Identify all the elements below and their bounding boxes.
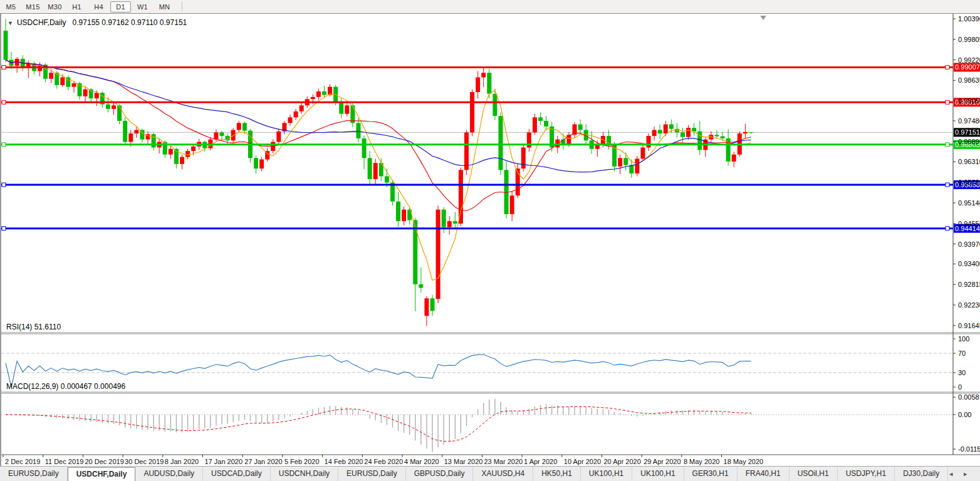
candle-body — [424, 298, 429, 316]
hline-price-badge-label: 0.99007 — [955, 63, 980, 71]
candle-body — [533, 117, 537, 132]
tab-scroll-right-icon[interactable]: ► — [962, 471, 968, 477]
chart-tab-bar: EURUSD,DailyUSDCHF,DailyAUDUSD,DailyUSDC… — [0, 466, 980, 481]
date-axis-label: 8 May 2020 — [684, 458, 719, 465]
chart-tab-EURUSD,Daily[interactable]: EURUSD,Daily — [338, 467, 406, 481]
price-axis-label: 1.00390 — [958, 15, 980, 23]
hline-handle[interactable] — [946, 65, 949, 69]
timeframe-toolbar: M5M15M30H1H4D1W1MN — [0, 0, 980, 14]
hline-handle[interactable] — [946, 183, 949, 187]
price-axis-label: 0.99220 — [958, 56, 980, 64]
symbol-dropdown-icon[interactable]: ▼ — [8, 20, 13, 26]
date-axis-label: 11 Dec 2019 — [45, 458, 84, 465]
rsi-axis-label: 70 — [958, 349, 966, 357]
chart-tab-USDJPY,H1[interactable]: USDJPY,H1 — [838, 467, 895, 481]
timeframe-button-W1[interactable]: W1 — [132, 1, 153, 13]
chart-tab-UK100,H1[interactable]: UK100,H1 — [632, 467, 684, 481]
macd-label-bar: MACD(12,26,9) 0.000467 0.000496 — [6, 382, 125, 391]
price-axis-label: 0.95725 — [958, 178, 980, 186]
date-axis-label: 20 Apr 2020 — [604, 458, 641, 465]
rsi-value: 51.6110 — [34, 323, 61, 331]
candle-body — [339, 103, 343, 114]
candle-body — [538, 117, 543, 121]
hline-handle[interactable] — [2, 100, 6, 104]
chart-canvas[interactable]: 0.990070.980100.968030.956580.944140.971… — [1, 14, 980, 466]
chart-tab-XAUUSD,H4[interactable]: XAUUSD,H4 — [473, 467, 533, 481]
chart-tab-FRA40,H1[interactable]: FRA40,H1 — [738, 467, 790, 481]
hline-handle[interactable] — [2, 65, 6, 69]
candle-body — [311, 97, 315, 99]
candle-body — [487, 73, 491, 94]
chart-tab-GER30,H1[interactable]: GER30,H1 — [684, 467, 738, 481]
timeframe-button-H1[interactable]: H1 — [66, 1, 87, 13]
chart-tab-USDCHF,Daily[interactable]: USDCHF,Daily — [68, 467, 136, 481]
hline-handle[interactable] — [946, 143, 949, 147]
candle-body — [447, 221, 452, 227]
candle-body — [470, 92, 474, 132]
candle-body — [373, 163, 378, 179]
chart-tab-UK100,H1[interactable]: UK100,H1 — [581, 467, 632, 481]
candle-body — [419, 284, 423, 288]
candle-body — [362, 138, 367, 158]
price-axis-label: 0.96310 — [958, 158, 980, 165]
date-axis-label: 10 Apr 2020 — [564, 458, 601, 465]
candle-body — [476, 78, 480, 93]
chart-tab-HK50,H1[interactable]: HK50,H1 — [533, 467, 581, 481]
chart-tab-AUDUSD,Daily[interactable]: AUDUSD,Daily — [135, 467, 203, 481]
date-axis-label: 27 Jan 2020 — [244, 458, 283, 465]
candle-body — [481, 73, 486, 77]
chart-tab-USDCNH,Daily[interactable]: USDCNH,Daily — [271, 467, 338, 481]
hline-handle[interactable] — [2, 183, 6, 187]
timeframe-button-M30[interactable]: M30 — [44, 1, 65, 13]
timeframe-button-MN[interactable]: MN — [154, 1, 175, 13]
candle-body — [640, 148, 645, 159]
chart-tab-USOil,H1[interactable]: USOil,H1 — [790, 467, 838, 481]
candle-body — [71, 83, 76, 87]
candle-body — [78, 83, 82, 96]
candle-body — [134, 130, 138, 134]
candle-body — [396, 202, 400, 221]
timeframe-button-M15[interactable]: M15 — [23, 1, 43, 13]
hline-handle[interactable] — [2, 227, 6, 230]
candle-body — [316, 91, 321, 97]
candle-body — [169, 149, 173, 155]
candle-body — [345, 105, 349, 113]
hline-handle[interactable] — [2, 143, 6, 147]
chart-tab-GBPUSD,Daily[interactable]: GBPUSD,Daily — [406, 467, 474, 481]
candle-body — [658, 130, 662, 134]
date-axis-label: 14 Feb 2020 — [325, 458, 363, 465]
candle-body — [259, 160, 264, 169]
candle-body — [675, 129, 679, 133]
price-axis-label: 0.92230 — [958, 301, 980, 309]
candle-body — [510, 195, 514, 214]
timeframe-button-H4[interactable]: H4 — [88, 1, 109, 13]
date-axis-label: 5 Feb 2020 — [284, 458, 320, 465]
candle-body — [459, 170, 463, 224]
price-axis-label: 0.93400 — [958, 260, 980, 267]
candle-body — [442, 210, 446, 227]
candle-body — [276, 132, 281, 142]
candle-body — [732, 155, 736, 162]
date-axis-label: 4 Mar 2020 — [404, 458, 439, 465]
timeframe-button-M5[interactable]: M5 — [1, 1, 21, 13]
candle-body — [220, 132, 224, 136]
hline-handle[interactable] — [946, 100, 949, 104]
candle-body — [544, 121, 548, 127]
candle-body — [242, 123, 247, 130]
candle-body — [185, 151, 190, 157]
chart-tab-EURUSD,Daily[interactable]: EURUSD,Daily — [0, 467, 68, 481]
timeframe-button-D1[interactable]: D1 — [110, 1, 131, 13]
candle-body — [453, 221, 457, 224]
candle-body — [117, 105, 122, 121]
tab-scroll-left-icon[interactable]: ◄ — [948, 471, 954, 477]
candle-body — [4, 31, 8, 59]
price-axis-label: 0.95140 — [958, 199, 980, 207]
chart-tab-DJ30,Daily[interactable]: DJ30,Daily — [895, 467, 948, 481]
rsi-axis-label: 0 — [958, 383, 962, 391]
candle-body — [498, 116, 503, 170]
chart-tab-USDCAD,Daily[interactable]: USDCAD,Daily — [203, 467, 271, 481]
price-axis-label: 0.98635 — [958, 76, 980, 84]
candle-body — [618, 158, 622, 166]
date-axis-label: 1 Apr 2020 — [524, 458, 557, 465]
hline-handle[interactable] — [946, 227, 949, 230]
